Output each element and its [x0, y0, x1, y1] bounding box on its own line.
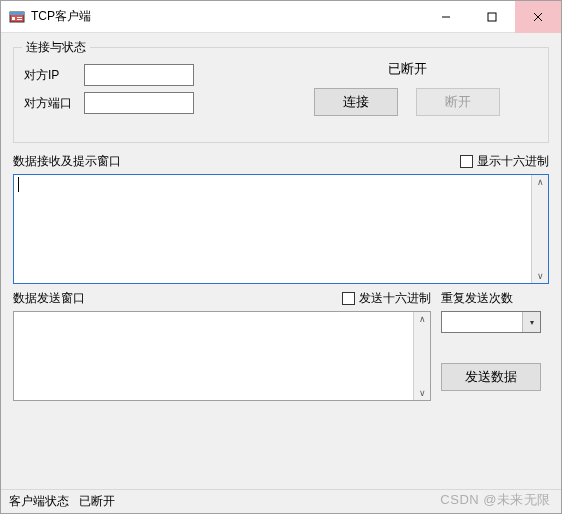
minimize-button[interactable] [423, 1, 469, 33]
svg-rect-4 [17, 19, 22, 20]
checkbox-box-icon [342, 292, 355, 305]
connection-legend: 连接与状态 [22, 39, 90, 56]
send-hex-checkbox[interactable]: 发送十六进制 [342, 290, 431, 307]
statusbar: 客户端状态 已断开 [1, 489, 561, 513]
svg-rect-1 [10, 12, 24, 15]
send-scrollbar[interactable]: ∧ ∨ [413, 312, 430, 400]
send-button-label: 发送数据 [465, 368, 517, 386]
ip-label: 对方IP [24, 67, 84, 84]
disconnect-button[interactable]: 断开 [416, 88, 500, 116]
receive-scrollbar[interactable]: ∧ ∨ [531, 175, 548, 283]
close-button[interactable] [515, 1, 561, 33]
client-area: 连接与状态 对方IP 对方端口 已断开 连接 断开 数据接收及提示窗口 [1, 33, 561, 401]
minimize-icon [441, 12, 451, 22]
receive-textarea[interactable]: ∧ ∨ [13, 174, 549, 284]
repeat-label: 重复发送次数 [441, 290, 549, 307]
send-label: 数据发送窗口 [13, 290, 85, 307]
show-hex-checkbox[interactable]: 显示十六进制 [460, 153, 549, 170]
ip-input[interactable] [84, 64, 194, 86]
repeat-count-select[interactable]: ▾ [441, 311, 541, 333]
receive-label: 数据接收及提示窗口 [13, 153, 121, 170]
svg-rect-3 [17, 17, 22, 18]
maximize-button[interactable] [469, 1, 515, 33]
app-icon [9, 9, 25, 25]
send-button[interactable]: 发送数据 [441, 363, 541, 391]
send-hex-label: 发送十六进制 [359, 290, 431, 307]
window-title: TCP客户端 [31, 8, 423, 25]
connection-group: 连接与状态 对方IP 对方端口 已断开 连接 断开 [13, 47, 549, 143]
statusbar-label: 客户端状态 [9, 493, 69, 510]
scroll-up-icon: ∧ [537, 175, 544, 189]
show-hex-label: 显示十六进制 [477, 153, 549, 170]
statusbar-value: 已断开 [79, 493, 115, 510]
send-header: 数据发送窗口 发送十六进制 [13, 290, 431, 307]
maximize-icon [487, 12, 497, 22]
text-caret-icon [18, 177, 19, 192]
scroll-up-icon: ∧ [419, 312, 426, 326]
receive-header: 数据接收及提示窗口 显示十六进制 [13, 153, 549, 170]
scroll-down-icon: ∨ [419, 386, 426, 400]
chevron-down-icon: ▾ [522, 312, 540, 332]
close-icon [533, 12, 543, 22]
scroll-down-icon: ∨ [537, 269, 544, 283]
send-textarea[interactable]: ∧ ∨ [13, 311, 431, 401]
svg-rect-6 [488, 13, 496, 21]
connect-button-label: 连接 [343, 93, 369, 111]
svg-rect-2 [12, 17, 15, 20]
port-input[interactable] [84, 92, 194, 114]
disconnect-button-label: 断开 [445, 93, 471, 111]
titlebar: TCP客户端 [1, 1, 561, 33]
app-window: TCP客户端 连接与状态 对方IP 对方端口 已断开 [0, 0, 562, 514]
port-label: 对方端口 [24, 95, 84, 112]
connect-button[interactable]: 连接 [314, 88, 398, 116]
checkbox-box-icon [460, 155, 473, 168]
connection-status: 已断开 [388, 60, 427, 78]
